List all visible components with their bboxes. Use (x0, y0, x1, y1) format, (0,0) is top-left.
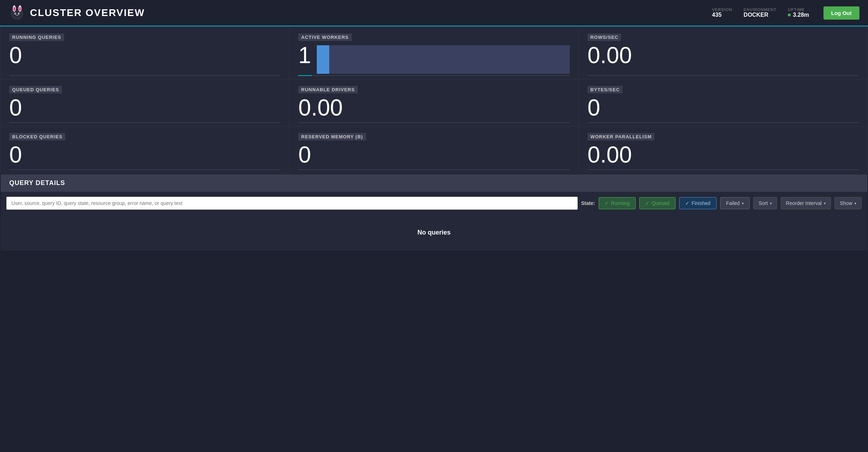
filter-running-label: Running (611, 200, 630, 206)
logo-area: CLUSTER OVERVIEW (9, 4, 706, 21)
query-details-header: QUERY DETAILS (1, 174, 867, 192)
uptime-text: 3.28m (793, 12, 809, 18)
environment-info: ENVIRONMENT DOCKER (744, 7, 776, 18)
environment-value: DOCKER (744, 12, 768, 18)
stat-bar-reserved-memory (298, 169, 569, 170)
stat-card-reserved-memory: RESERVED MEMORY (B) 0 (290, 127, 578, 173)
caret-icon-reorder: ▾ (824, 201, 826, 205)
stat-card-blocked-queries: BLOCKED QUERIES 0 (1, 127, 289, 173)
filter-failed-label: Failed (726, 200, 740, 206)
stat-label-active-workers: ACTIVE WORKERS (298, 34, 351, 41)
check-icon-finished: ✓ (685, 200, 689, 206)
reorder-interval-button[interactable]: Reorder Interval ▾ (781, 197, 831, 209)
caret-icon-failed: ▾ (742, 201, 744, 205)
stat-value-rows-sec: 0.00 (588, 44, 859, 67)
stat-value-runnable-drivers: 0.00 (298, 96, 569, 119)
stat-bar-running-queries (9, 75, 280, 76)
filter-queued-label: Queued (652, 200, 670, 206)
app-logo-icon (9, 4, 26, 21)
stat-bar-fill-active-workers (298, 75, 312, 76)
stat-value-bytes-sec: 0 (588, 96, 859, 119)
uptime-dot-icon (788, 14, 791, 16)
stat-bar-queued-queries (9, 122, 280, 123)
sort-label: Sort (759, 200, 768, 206)
version-value: 435 (712, 12, 722, 18)
active-workers-inner: 1 (298, 44, 569, 74)
environment-label: ENVIRONMENT (744, 7, 776, 12)
stat-label-runnable-drivers: RUNNABLE DRIVERS (298, 86, 357, 93)
stat-card-bytes-sec: BYTES/SEC 0 (579, 79, 867, 126)
stat-label-rows-sec: ROWS/SEC (588, 34, 621, 41)
stat-label-worker-parallelism: WORKER PARALLELISM (588, 133, 655, 140)
stat-bar-bytes-sec (588, 122, 859, 123)
stat-card-worker-parallelism: WORKER PARALLELISM 0.00 (579, 127, 867, 173)
stat-card-runnable-drivers: RUNNABLE DRIVERS 0.00 (290, 79, 578, 126)
check-icon-queued: ✓ (645, 200, 650, 206)
stat-value-worker-parallelism: 0.00 (588, 143, 859, 166)
version-info: VERSION 435 (712, 7, 732, 18)
stat-card-rows-sec: ROWS/SEC 0.00 (579, 27, 867, 79)
uptime-value: 3.28m (788, 12, 809, 18)
query-controls: State: ✓ Running ✓ Queued ✓ Finished Fai… (1, 192, 867, 215)
state-label: State: (581, 200, 595, 206)
workers-bar-container (317, 45, 570, 74)
logout-button[interactable]: Log Out (823, 6, 859, 20)
sort-button[interactable]: Sort ▾ (753, 197, 777, 209)
query-details-title: QUERY DETAILS (9, 179, 65, 186)
stat-card-running-queries: RUNNING QUERIES 0 (1, 27, 289, 79)
show-label: Show (840, 200, 852, 206)
stat-bar-rows-sec (588, 75, 859, 76)
app-title: CLUSTER OVERVIEW (30, 7, 145, 19)
version-label: VERSION (712, 7, 732, 12)
filter-finished-button[interactable]: ✓ Finished (679, 197, 717, 209)
show-button[interactable]: Show ▾ (835, 197, 862, 209)
stat-value-reserved-memory: 0 (298, 143, 569, 166)
stat-bar-worker-parallelism (588, 169, 859, 170)
stat-value-active-workers: 1 (298, 44, 311, 67)
filter-finished-label: Finished (692, 200, 711, 206)
stat-label-bytes-sec: BYTES/SEC (588, 86, 623, 93)
stat-value-blocked-queries: 0 (9, 143, 280, 166)
uptime-info: UPTIME 3.28m (788, 7, 809, 18)
stat-value-queued-queries: 0 (9, 96, 280, 119)
stat-label-blocked-queries: BLOCKED QUERIES (9, 133, 65, 140)
stat-label-running-queries: RUNNING QUERIES (9, 34, 64, 41)
workers-bar-fill (317, 45, 329, 74)
svg-point-8 (19, 13, 20, 14)
stat-card-active-workers: ACTIVE WORKERS 1 (290, 27, 578, 79)
stat-label-reserved-memory: RESERVED MEMORY (B) (298, 133, 366, 140)
filter-queued-button[interactable]: ✓ Queued (639, 197, 676, 209)
app-header: CLUSTER OVERVIEW VERSION 435 ENVIRONMENT… (0, 0, 868, 26)
stat-card-queued-queries: QUEUED QUERIES 0 (1, 79, 289, 126)
no-queries-message: No queries (1, 215, 867, 251)
filter-running-button[interactable]: ✓ Running (599, 197, 636, 209)
caret-icon-show: ▾ (854, 201, 856, 205)
query-details-section: QUERY DETAILS State: ✓ Running ✓ Queued … (1, 174, 867, 251)
caret-icon-sort: ▾ (770, 201, 772, 205)
stat-value-running-queries: 0 (9, 44, 280, 67)
uptime-label: UPTIME (788, 7, 805, 12)
header-meta: VERSION 435 ENVIRONMENT DOCKER UPTIME 3.… (712, 7, 809, 18)
stat-bar-blocked-queries (9, 169, 280, 170)
reorder-interval-label: Reorder Interval (786, 200, 822, 206)
stat-bar-active-workers (298, 75, 569, 76)
filter-failed-button[interactable]: Failed ▾ (720, 197, 750, 209)
stats-grid: RUNNING QUERIES 0 ACTIVE WORKERS 1 ROWS/… (0, 26, 868, 174)
svg-point-4 (19, 7, 21, 11)
stat-label-queued-queries: QUEUED QUERIES (9, 86, 62, 93)
check-icon-running: ✓ (605, 200, 609, 206)
svg-point-3 (14, 7, 15, 11)
stat-bar-runnable-drivers (298, 122, 569, 123)
svg-point-7 (15, 13, 16, 14)
search-input[interactable] (6, 197, 578, 210)
